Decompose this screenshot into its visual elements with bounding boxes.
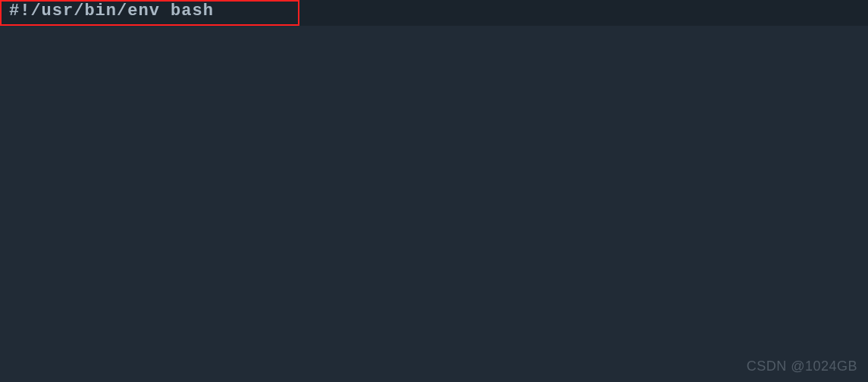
watermark-text: CSDN @1024GB: [747, 359, 857, 374]
code-editor[interactable]: #!/usr/bin/env bash CSDN @1024GB: [0, 0, 868, 382]
shebang-line[interactable]: #!/usr/bin/env bash: [9, 2, 214, 20]
